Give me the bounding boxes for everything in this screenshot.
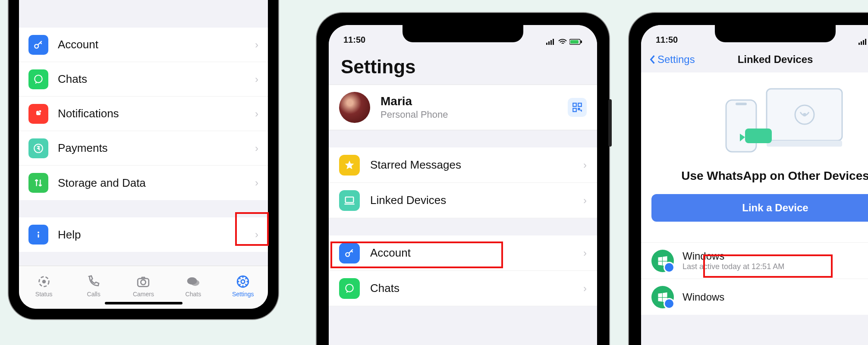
chevron-right-icon: › xyxy=(255,142,258,154)
tab-status-label: Status xyxy=(35,291,53,298)
back-button[interactable]: Settings xyxy=(649,53,695,66)
tab-calls[interactable]: Calls xyxy=(74,273,113,298)
info-icon xyxy=(28,225,48,245)
svg-point-1 xyxy=(35,75,42,82)
row-chats-2[interactable]: Chats › xyxy=(329,271,597,306)
nav-bar: Settings Linked Devices xyxy=(641,47,868,72)
svg-rect-23 xyxy=(578,103,582,107)
svg-rect-16 xyxy=(548,41,550,45)
link-device-label: Link a Device xyxy=(742,202,808,214)
chevron-right-icon: › xyxy=(583,159,587,171)
chevron-right-icon: › xyxy=(255,39,258,51)
tab-camera-label: Camers xyxy=(133,291,154,298)
row-notifications[interactable]: Notifications › xyxy=(19,97,268,131)
status-icons xyxy=(546,39,582,45)
chevron-right-icon: › xyxy=(583,247,587,259)
device-sub-0: Last active today at 12:51 AM xyxy=(682,262,784,271)
device-row-1[interactable]: Windows › xyxy=(641,279,868,315)
status-icons xyxy=(859,39,868,45)
tab-chats[interactable]: Chats xyxy=(174,273,213,298)
row-payments-label: Payments xyxy=(58,141,255,155)
row-help-label: Help xyxy=(58,228,255,242)
svg-rect-21 xyxy=(581,41,582,43)
row-chats-2-label: Chats xyxy=(370,282,583,295)
row-account-2[interactable]: Account › xyxy=(329,235,597,271)
illustration xyxy=(641,72,868,163)
svg-rect-29 xyxy=(861,41,862,45)
svg-point-3 xyxy=(39,110,41,113)
row-help[interactable]: Help › xyxy=(19,217,268,252)
row-storage[interactable]: Storage and Data › xyxy=(19,166,268,200)
svg-rect-6 xyxy=(38,234,39,238)
svg-rect-36 xyxy=(767,141,842,147)
device-row-0[interactable]: Windows Last active today at 12:51 AM › xyxy=(641,242,868,279)
whatsapp-icon xyxy=(339,278,360,299)
svg-rect-15 xyxy=(546,43,547,45)
svg-rect-24 xyxy=(573,108,576,112)
notch xyxy=(715,25,836,42)
tab-settings[interactable]: Settings xyxy=(223,273,262,298)
whatsapp-icon xyxy=(28,69,48,89)
svg-point-0 xyxy=(35,44,38,48)
chevron-right-icon: › xyxy=(583,194,587,207)
profile-row[interactable]: Maria Personal Phone xyxy=(329,85,597,130)
row-payments[interactable]: Payments › xyxy=(19,131,268,166)
arrows-icon xyxy=(28,173,48,193)
status-time: 11:50 xyxy=(343,35,365,45)
svg-rect-31 xyxy=(865,39,866,45)
key-icon xyxy=(28,35,48,55)
gear-icon xyxy=(235,273,251,290)
tab-status[interactable]: Status xyxy=(25,273,63,298)
row-account-label: Account xyxy=(58,38,255,51)
signal-icon xyxy=(546,39,556,45)
svg-rect-22 xyxy=(573,103,576,107)
svg-rect-40 xyxy=(736,103,747,105)
device-name-1: Windows xyxy=(682,291,724,303)
screen-2: 11:50 Settings Maria Personal Phone Star… xyxy=(329,25,597,345)
svg-rect-39 xyxy=(726,100,756,152)
row-chats[interactable]: Chats › xyxy=(19,62,268,97)
svg-point-14 xyxy=(241,279,245,283)
tab-settings-label: Settings xyxy=(232,291,254,298)
svg-point-10 xyxy=(141,279,146,284)
chevron-right-icon: › xyxy=(255,108,258,120)
qr-code-button[interactable] xyxy=(568,98,587,117)
row-linked-devices[interactable]: Linked Devices › xyxy=(329,183,597,218)
device-name-0: Windows xyxy=(682,250,784,262)
status-icon xyxy=(36,273,52,290)
laptop-icon xyxy=(339,190,360,211)
avatar xyxy=(339,92,370,123)
tab-chats-label: Chats xyxy=(186,291,201,298)
svg-rect-28 xyxy=(859,43,860,45)
star-icon xyxy=(339,155,360,176)
screen-1: Account › Chats › Notifications › xyxy=(19,0,268,309)
windows-icon xyxy=(651,286,674,308)
wifi-icon xyxy=(558,39,567,45)
link-device-button[interactable]: Link a Device xyxy=(651,194,868,222)
row-starred[interactable]: Starred Messages › xyxy=(329,147,597,183)
phone-frame-2: 11:50 Settings Maria Personal Phone Star… xyxy=(317,13,609,345)
key-icon xyxy=(339,243,360,263)
chevron-right-icon: › xyxy=(255,73,258,85)
chats-icon xyxy=(185,273,201,290)
tab-calls-label: Calls xyxy=(87,291,101,298)
chevron-right-icon: › xyxy=(255,229,258,241)
back-label: Settings xyxy=(657,53,695,66)
svg-point-27 xyxy=(346,284,353,292)
tab-camera[interactable]: Camers xyxy=(124,273,163,298)
row-account-2-label: Account xyxy=(370,246,583,260)
svg-rect-30 xyxy=(863,40,864,45)
svg-rect-25 xyxy=(346,197,354,202)
headline: Use WhatsApp on Other Devices xyxy=(641,163,868,194)
phone-icon xyxy=(85,273,102,290)
page-title: Settings xyxy=(329,47,597,85)
camera-icon xyxy=(135,273,151,290)
row-starred-label: Starred Messages xyxy=(370,158,583,172)
svg-rect-20 xyxy=(570,40,579,44)
chevron-right-icon: › xyxy=(583,282,587,295)
svg-rect-41 xyxy=(745,129,772,143)
row-account[interactable]: Account › xyxy=(19,28,268,62)
phone-frame-3: 11:50 Settings Linked Devices xyxy=(629,13,868,345)
windows-icon xyxy=(651,250,674,272)
chevron-left-icon xyxy=(649,55,656,64)
